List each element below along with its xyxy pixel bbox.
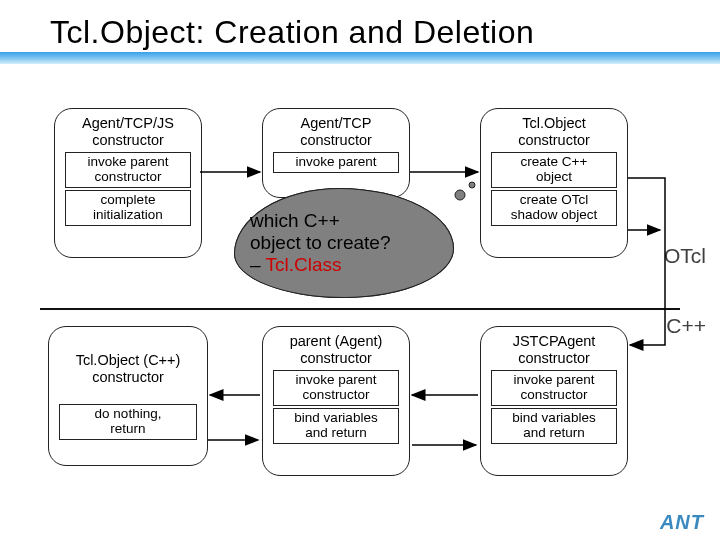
node-tclobject-ctor: Tcl.Objectconstructor create C++object c…	[480, 108, 628, 258]
node-header: Tcl.Object (C++)constructor	[53, 352, 203, 385]
page-title: Tcl.Object: Creation and Deletion	[50, 14, 534, 51]
node-agent-tcp-js: Agent/TCP/JSconstructor invoke parentcon…	[54, 108, 202, 258]
sub-do-nothing: do nothing,return	[59, 404, 197, 440]
node-header: Tcl.Objectconstructor	[485, 115, 623, 148]
cloud-emph: Tcl.Class	[266, 254, 342, 275]
cloud-text: which C++ object to create? – Tcl.Class	[250, 210, 440, 276]
sub-invoke-parent: invoke parentconstructor	[65, 152, 191, 188]
svg-point-8	[469, 182, 475, 188]
sub-invoke-parent: invoke parentconstructor	[273, 370, 399, 406]
node-header: Agent/TCP/JSconstructor	[59, 115, 197, 148]
node-jstcpagent: JSTCPAgentconstructor invoke parentconst…	[480, 326, 628, 476]
cloud-dash: –	[250, 254, 261, 275]
label-cpp: C++	[666, 314, 706, 338]
sub-bind-vars: bind variablesand return	[491, 408, 617, 444]
node-header: parent (Agent)constructor	[267, 333, 405, 366]
title-band	[0, 52, 720, 64]
sub-create-shadow: create OTclshadow object	[491, 190, 617, 226]
node-header: JSTCPAgentconstructor	[485, 333, 623, 366]
node-tclobject-cpp: Tcl.Object (C++)constructor do nothing,r…	[48, 326, 208, 466]
svg-point-7	[455, 190, 465, 200]
sub-complete-init: completeinitialization	[65, 190, 191, 226]
sub-create-cpp: create C++object	[491, 152, 617, 188]
node-parent-agent: parent (Agent)constructor invoke parentc…	[262, 326, 410, 476]
sub-invoke-parent: invoke parentconstructor	[491, 370, 617, 406]
sub-bind-vars: bind variablesand return	[273, 408, 399, 444]
cloud-line2: object to create?	[250, 232, 390, 253]
footer-logo: ANT	[660, 511, 704, 534]
node-header: Agent/TCPconstructor	[267, 115, 405, 148]
cloud-line1: which C++	[250, 210, 340, 231]
label-otcl: OTcl	[664, 244, 706, 268]
sub-invoke-parent: invoke parent	[273, 152, 399, 173]
divider-line	[40, 308, 680, 310]
node-agent-tcp: Agent/TCPconstructor invoke parent	[262, 108, 410, 198]
